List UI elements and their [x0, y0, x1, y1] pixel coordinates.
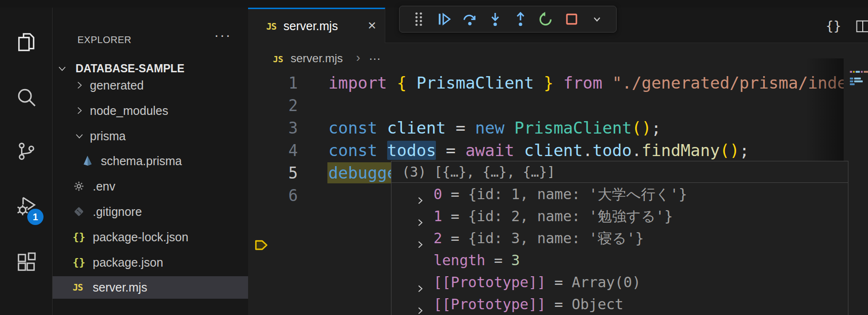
item-label: .env [93, 180, 115, 193]
variable-value: {id: 3, name: '寝る'} [468, 230, 644, 247]
more-actions-icon[interactable]: ··· [214, 27, 231, 43]
sidebar-item-node-modules[interactable]: node_modules [53, 100, 248, 122]
line-number[interactable]: 1 [248, 72, 298, 94]
sidebar-item--gitignore[interactable]: .gitignore [53, 201, 248, 223]
tab-server-mjs[interactable]: JS server.mjs × [248, 8, 385, 43]
gripper-icon [412, 11, 425, 27]
debug-toolbar [399, 6, 617, 33]
git-icon [73, 205, 85, 218]
item-label: schema.prisma [101, 154, 182, 168]
step-over-icon [462, 11, 478, 27]
code-line-2[interactable]: 2 [248, 94, 844, 117]
debug-value-preview: (3) [{…}, {…}, {…}] [391, 161, 848, 183]
minimap[interactable] [848, 58, 868, 315]
line-number[interactable]: 4 [248, 139, 298, 162]
restart-button[interactable] [537, 10, 555, 28]
breadcrumb-more[interactable]: … [369, 48, 381, 63]
restart-icon [538, 11, 554, 27]
line-content: const client = new PrismaClient(); [328, 117, 661, 139]
chevron-down-icon [56, 63, 68, 74]
sidebar-item-prisma[interactable]: prisma [53, 125, 248, 147]
explorer-sidebar: EXPLORER ··· DATABASE-SAMPLE generatedno… [53, 8, 248, 315]
js-file-icon: JS [273, 54, 283, 64]
search-icon[interactable] [15, 86, 37, 108]
variable-name: 1 [434, 208, 442, 225]
chevron-right-icon[interactable] [415, 278, 425, 287]
item-label: package.json [93, 256, 163, 270]
item-label: package-lock.json [93, 230, 188, 244]
minimap-line [850, 80, 863, 82]
json-braces-icon: {} [73, 256, 85, 269]
sidebar-item-package-lock-json[interactable]: {}package-lock.json [53, 226, 248, 248]
debug-count-badge: 1 [27, 209, 43, 225]
sidebar-item-generated[interactable]: generated [53, 74, 248, 97]
split-editor-icon[interactable] [856, 19, 868, 33]
debug-current-line-arrow-icon[interactable] [253, 237, 269, 253]
files-icon[interactable] [15, 31, 37, 53]
variable-value: 3 [511, 252, 520, 269]
braces-action-icon[interactable]: {} [825, 18, 841, 33]
code-line-4[interactable]: 4const todos = await client.todo.findMan… [248, 139, 844, 162]
step-out-button[interactable] [511, 10, 530, 28]
source-control-icon[interactable] [15, 140, 37, 162]
variable-row-prototype[interactable]: [[Prototype]] = Object [391, 293, 848, 315]
line-number[interactable]: 3 [248, 117, 298, 139]
line-content: const todos = await client.todo.findMany… [328, 139, 749, 162]
step-into-icon [487, 11, 503, 27]
variable-row-1[interactable]: 1 = {id: 2, name: '勉強する'} [391, 205, 848, 227]
item-label: server.mjs [93, 281, 147, 294]
chevron-right-icon[interactable] [415, 234, 425, 243]
debug-hover-popup: (3) [{…}, {…}, {…}] 0 = {id: 1, name: '大… [391, 161, 848, 315]
code-line-3[interactable]: 3const client = new PrismaClient(); [248, 117, 844, 139]
line-number[interactable]: 5 [248, 162, 298, 184]
chevron-down-icon [74, 130, 85, 142]
sidebar-item--env[interactable]: .env [53, 175, 248, 198]
variable-value: Array(0) [572, 274, 641, 291]
sidebar-item-package-json[interactable]: {}package.json [53, 251, 248, 274]
drag-button[interactable] [410, 10, 428, 28]
js-file-icon: JS [266, 20, 279, 33]
sidebar-title: EXPLORER [77, 34, 131, 45]
item-label: node_modules [90, 104, 168, 118]
variable-row-0[interactable]: 0 = {id: 1, name: '大学へ行く'} [391, 183, 848, 205]
variable-name: [[Prototype]] [434, 274, 546, 291]
step-over-button[interactable] [461, 10, 479, 28]
variable-name: length [434, 252, 485, 269]
more-sessions-button[interactable] [588, 10, 606, 28]
breadcrumb-file[interactable]: server.mjs [291, 52, 343, 65]
chevron-right-icon: › [356, 50, 360, 65]
line-content: import { PrismaClient } from "./generate… [328, 72, 844, 94]
chevron-right-icon[interactable] [415, 212, 425, 221]
line-number[interactable]: 6 [248, 184, 298, 207]
close-icon[interactable]: × [368, 17, 376, 34]
chevron-right-icon [74, 105, 85, 116]
chevron-right-icon[interactable] [415, 190, 425, 199]
tab-label: server.mjs [283, 19, 338, 33]
variable-row-prototype[interactable]: [[Prototype]] = Array(0) [391, 271, 848, 293]
vscode-window: 1 EXPLORER ··· DATABASE-SAMPLE generated… [0, 0, 868, 315]
breadcrumb[interactable]: JS server.mjs › … [248, 44, 868, 72]
chevron-right-icon [74, 79, 85, 91]
step-into-button[interactable] [486, 10, 504, 28]
item-label: .gitignore [93, 205, 142, 219]
chevron-right-icon[interactable] [415, 300, 425, 309]
variable-name: [[Prototype]] [434, 296, 546, 313]
stop-button[interactable] [563, 10, 581, 28]
variable-row-2[interactable]: 2 = {id: 3, name: '寝る'} [391, 227, 848, 249]
continue-icon [436, 11, 452, 27]
stop-icon [564, 11, 580, 27]
prisma-icon [81, 155, 94, 167]
continue-button[interactable] [435, 10, 453, 28]
minimap-line [850, 83, 855, 85]
minimap-line [850, 78, 861, 79]
item-label: prisma [90, 129, 126, 143]
js-icon: JS [73, 281, 85, 293]
line-number[interactable]: 2 [248, 94, 298, 117]
sidebar-item-server-mjs[interactable]: JSserver.mjs [53, 276, 248, 299]
variable-name: 2 [434, 230, 442, 247]
variable-value: Object [572, 296, 623, 313]
sidebar-item-schema-prisma[interactable]: schema.prisma [53, 150, 248, 172]
code-line-1[interactable]: 1import { PrismaClient } from "./generat… [248, 72, 844, 94]
extensions-icon[interactable] [15, 251, 37, 273]
variable-value: {id: 1, name: '大学へ行く'} [468, 186, 687, 202]
